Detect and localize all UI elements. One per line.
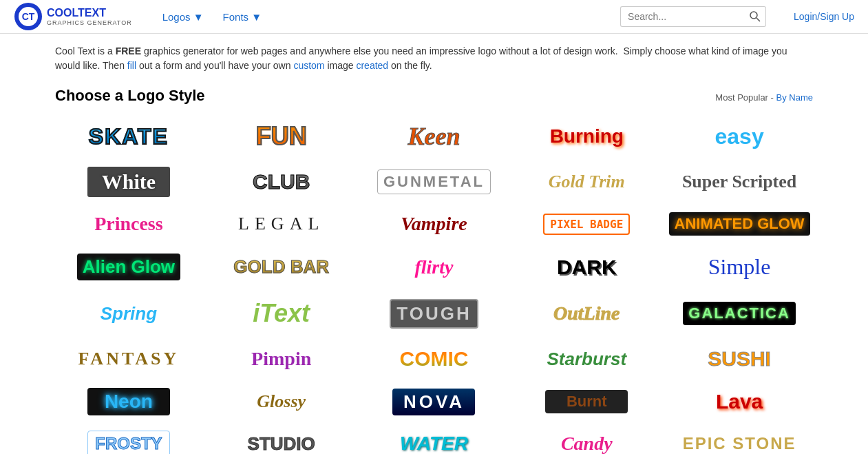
- logo-item-princess[interactable]: Princess: [55, 206, 202, 242]
- logo-badge-galactica: GALACTICA: [683, 302, 796, 325]
- logo-main-text: COOLTEXT: [47, 7, 132, 19]
- logo-badge-nova: NOVA: [392, 389, 475, 415]
- logo-item-simple[interactable]: Simple: [666, 247, 813, 287]
- logo-item-lava[interactable]: Lava: [666, 383, 813, 420]
- logo-badge-comic: COMIC: [392, 343, 475, 375]
- logo-item-vampire[interactable]: Vampire: [361, 206, 508, 242]
- logo-item-superscripted[interactable]: Super Scripted: [666, 165, 813, 199]
- logo-badge-frosty: FROSTY: [87, 431, 170, 454]
- logo-item-fun[interactable]: FUN: [208, 115, 355, 158]
- logo[interactable]: CT COOLTEXT GRAPHICS GENERATOR: [14, 2, 132, 31]
- sort-separator: -: [771, 92, 776, 103]
- svg-point-3: [750, 12, 757, 19]
- nav-logos[interactable]: Logos ▼: [153, 11, 213, 23]
- logo-item-water[interactable]: WATER: [361, 426, 508, 454]
- logo-badge-club: CLUB: [240, 166, 323, 198]
- login-link[interactable]: Login/Sign Up: [794, 11, 854, 22]
- search-input[interactable]: [620, 6, 744, 27]
- logo-badge-pimpin: Pimpin: [240, 344, 323, 374]
- logo-item-burning[interactable]: Burning: [513, 118, 660, 154]
- logo-badge-fantasy: FANTASY: [71, 344, 186, 373]
- logo-item-neon[interactable]: Neon: [55, 385, 202, 418]
- fill-text: fill: [127, 60, 136, 71]
- sort-popular: Most Popular: [715, 92, 768, 103]
- logo-item-nova[interactable]: NOVA: [361, 386, 508, 418]
- logo-item-epicstone[interactable]: EPIC STONE: [666, 427, 813, 454]
- logo-item-goldtrim[interactable]: Gold Trim: [513, 165, 660, 199]
- logo-item-goldbar[interactable]: GOLD BAR: [208, 249, 355, 285]
- logo-badge-goldtrim: Gold Trim: [542, 167, 632, 196]
- logo-badge-burnt: Burnt: [545, 390, 628, 413]
- logo-grid: SKATEFUNKeenBurningeasyWhiteCLUBGUNMETAL…: [55, 115, 813, 454]
- logo-item-starburst[interactable]: Starburst: [513, 342, 660, 377]
- nav-fonts[interactable]: Fonts ▼: [213, 11, 272, 23]
- logo-badge-easy: easy: [698, 120, 781, 154]
- logo-badge-superscripted: Super Scripted: [675, 167, 803, 196]
- svg-text:CT: CT: [22, 11, 35, 22]
- logo-badge-keen: Keen: [392, 118, 475, 155]
- logo-badge-sushi: SUSHI: [698, 343, 781, 375]
- logo-item-frosty[interactable]: FROSTY: [55, 428, 202, 454]
- logo-item-candy[interactable]: Candy: [513, 426, 660, 454]
- logo-item-easy[interactable]: easy: [666, 117, 813, 156]
- logo-badge-water: WATER: [392, 429, 475, 454]
- logo-badge-gunmetal: GUNMETAL: [377, 169, 491, 194]
- logo-badge-animglow: ANIMATED GLOW: [669, 212, 810, 236]
- logo-item-alienglow[interactable]: Alien Glow: [55, 251, 202, 283]
- logo-item-skate[interactable]: SKATE: [55, 117, 202, 156]
- logo-badge-skate: SKATE: [82, 120, 176, 154]
- logo-badge-pixelbadge: PIXEL BADGE: [543, 214, 630, 235]
- logo-item-keen[interactable]: Keen: [361, 115, 508, 158]
- logo-badge-flirty: flirty: [392, 252, 475, 282]
- search-button[interactable]: [744, 6, 766, 27]
- logo-item-studio[interactable]: STUDIO: [208, 426, 355, 455]
- logo-item-comic[interactable]: COMIC: [361, 340, 508, 378]
- logo-item-glossy[interactable]: Glossy: [208, 384, 355, 419]
- svg-line-4: [756, 18, 760, 21]
- logo-badge-vampire: Vampire: [392, 209, 475, 239]
- main-nav: Logos ▼ Fonts ▼: [153, 11, 271, 23]
- logo-item-spring[interactable]: Spring: [55, 296, 202, 331]
- custom-text: custom: [293, 60, 324, 71]
- logo-sub-text: GRAPHICS GENERATOR: [47, 19, 132, 26]
- logo-item-white[interactable]: White: [55, 164, 202, 200]
- search-area: [620, 6, 766, 27]
- logo-badge-burning: Burning: [543, 121, 631, 152]
- logo-item-animglow[interactable]: ANIMATED GLOW: [666, 209, 813, 238]
- logo-item-gunmetal[interactable]: GUNMETAL: [361, 167, 508, 197]
- logo-item-burnt[interactable]: Burnt: [513, 387, 660, 416]
- logo-badge-epicstone: EPIC STONE: [676, 430, 803, 454]
- logo-badge-goldbar: GOLD BAR: [226, 252, 336, 282]
- logo-badge-fun: FUN: [240, 118, 323, 155]
- intro-paragraph: Cool Text is a FREE graphics generator f…: [55, 44, 813, 73]
- logo-badge-dark: DARK: [545, 251, 628, 283]
- logo-item-fantasy[interactable]: FANTASY: [55, 342, 202, 376]
- logo-item-outline[interactable]: OutLine: [513, 296, 660, 331]
- logo-item-dark[interactable]: DARK: [513, 249, 660, 286]
- logo-badge-itext: iText: [240, 295, 323, 332]
- logo-item-club[interactable]: CLUB: [208, 163, 355, 200]
- logo-badge-princess: Princess: [87, 209, 170, 239]
- sort-by-name[interactable]: By Name: [776, 92, 813, 103]
- logo-item-sushi[interactable]: SUSHI: [666, 340, 813, 378]
- logo-badge-alienglow: Alien Glow: [77, 254, 180, 280]
- section-header: Choose a Logo Style Most Popular - By Na…: [55, 87, 813, 105]
- logo-item-pixelbadge[interactable]: PIXEL BADGE: [513, 211, 660, 238]
- logo-text-area: COOLTEXT GRAPHICS GENERATOR: [47, 7, 132, 26]
- main-content: Cool Text is a FREE graphics generator f…: [0, 34, 868, 454]
- logo-badge-lava: Lava: [698, 386, 781, 417]
- logo-badge-glossy: Glossy: [240, 387, 323, 416]
- logo-item-pimpin[interactable]: Pimpin: [208, 341, 355, 377]
- logo-badge-simple: Simple: [698, 250, 781, 284]
- cooltext-logo-icon: CT: [14, 2, 43, 31]
- sort-links: Most Popular - By Name: [715, 92, 813, 103]
- logo-badge-candy: Candy: [545, 429, 628, 454]
- section-title: Choose a Logo Style: [55, 87, 205, 105]
- logo-item-legal[interactable]: LEGAL: [208, 207, 355, 241]
- logo-item-itext[interactable]: iText: [208, 292, 355, 335]
- logo-badge-legal: LEGAL: [231, 209, 331, 238]
- logo-badge-neon: Neon: [87, 388, 170, 415]
- logo-item-flirty[interactable]: flirty: [361, 249, 508, 285]
- logo-item-galactica[interactable]: GALACTICA: [666, 299, 813, 328]
- logo-item-tough[interactable]: TOUGH: [361, 296, 508, 331]
